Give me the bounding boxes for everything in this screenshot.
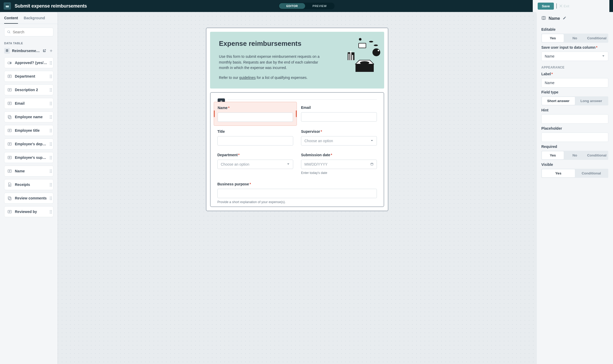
list-item[interactable]: Email <box>4 98 53 109</box>
drag-handle-icon[interactable] <box>50 75 51 78</box>
field-supervisor[interactable]: Supervisor* Choose an option <box>301 129 377 146</box>
add-icon[interactable] <box>49 48 53 53</box>
text-icon <box>7 87 12 92</box>
list-item[interactable]: Reviewed by <box>4 206 53 217</box>
required-conditional[interactable]: Conditional <box>586 151 608 159</box>
separator <box>556 3 557 9</box>
label-input[interactable] <box>541 78 608 87</box>
list-item-label: Employee's depa… <box>15 142 47 146</box>
drag-handle-icon[interactable] <box>50 142 51 146</box>
prop-required-label: Required <box>541 145 608 149</box>
prop-label-label: Label* <box>541 72 608 76</box>
doc-icon <box>7 182 12 187</box>
business-purpose-input[interactable] <box>217 189 377 198</box>
chevron-down-icon <box>602 54 605 58</box>
svg-rect-14 <box>9 197 11 200</box>
visible-yes[interactable]: Yes <box>542 169 575 177</box>
text-icon <box>7 168 12 174</box>
drag-handle-icon[interactable] <box>50 197 51 200</box>
list-item[interactable]: Employee name <box>4 111 53 122</box>
drag-handle-icon[interactable] <box>50 183 51 186</box>
field-business-purpose[interactable]: Business purpose* Provide a short explan… <box>217 182 377 204</box>
list-item[interactable]: Employee's depa… <box>4 139 53 149</box>
drag-handle-icon[interactable] <box>50 102 51 105</box>
editable-no[interactable]: No <box>564 34 586 42</box>
fieldtype-long[interactable]: Long answer <box>575 97 608 105</box>
text-icon <box>7 74 12 79</box>
list-item[interactable]: Receipts <box>4 179 53 190</box>
canvas[interactable]: Expense reimbursements Use this form to … <box>58 12 536 364</box>
editable-conditional[interactable]: Conditional <box>586 34 608 42</box>
exit-label: Exit <box>563 4 569 8</box>
prop-savecol-label: Save user input to data column* <box>541 45 608 49</box>
field-submission-date[interactable]: Submission date* MM/DD/YYYY Enter today'… <box>301 153 377 175</box>
save-column-select[interactable]: Name <box>541 52 608 61</box>
visible-conditional[interactable]: Conditional <box>575 169 608 177</box>
form-page: Expense reimbursements Use this form to … <box>206 28 388 211</box>
title-input[interactable] <box>217 136 293 146</box>
guidelines-link[interactable]: guidelines <box>239 76 256 80</box>
mode-editor[interactable]: EDITOR <box>279 3 305 9</box>
copy-icon <box>7 196 12 201</box>
fieldtype-short[interactable]: Short answer <box>542 97 575 105</box>
list-item[interactable]: Approved? (yes/… <box>4 57 53 68</box>
tab-background[interactable]: Background <box>24 12 45 24</box>
field-icon <box>541 16 546 21</box>
search-icon <box>7 30 11 34</box>
drag-handle-icon[interactable] <box>50 88 51 92</box>
name-input[interactable] <box>218 112 293 122</box>
edit-name-button[interactable] <box>563 16 566 21</box>
left-panel: Content Background DATA TABLE Reimbursem… <box>0 12 58 364</box>
prop-hint-label: Hint <box>541 108 608 112</box>
search-field[interactable] <box>13 30 51 34</box>
field-email[interactable]: Email <box>301 105 377 122</box>
required-yes[interactable]: Yes <box>542 151 564 159</box>
text-icon <box>7 128 12 133</box>
data-table-name[interactable]: Reimbursement … <box>12 49 40 53</box>
drag-handle-icon[interactable] <box>50 210 51 214</box>
drag-handle-icon[interactable] <box>50 170 51 173</box>
list-item[interactable]: Employee's supe… <box>4 152 53 163</box>
drag-handle-icon[interactable] <box>50 129 51 132</box>
list-item[interactable]: Employee title <box>4 125 53 136</box>
hint-input[interactable] <box>541 114 608 124</box>
email-input[interactable] <box>301 112 377 122</box>
editable-toggle: Yes No Conditional <box>541 34 608 43</box>
text-icon <box>7 141 12 147</box>
submission-date-input[interactable]: MM/DD/YYYY <box>301 160 377 169</box>
chevron-down-icon <box>370 139 373 143</box>
required-no[interactable]: No <box>564 151 586 159</box>
calendar-icon <box>370 162 373 166</box>
drag-handle-icon[interactable] <box>50 61 51 65</box>
mode-preview[interactable]: PREVIEW <box>305 3 334 9</box>
field-title[interactable]: Title <box>217 129 293 146</box>
list-item-label: Reviewed by <box>15 210 47 214</box>
prop-editable-label: Editable <box>541 27 608 32</box>
tab-content[interactable]: Content <box>4 12 18 24</box>
properties-title: Name <box>549 16 560 21</box>
editable-yes[interactable]: Yes <box>542 34 564 42</box>
submission-date-hint: Enter today's date <box>301 171 377 175</box>
save-button[interactable]: Save <box>538 3 554 10</box>
svg-point-19 <box>378 50 379 51</box>
svg-point-18 <box>360 61 369 64</box>
exit-button[interactable]: Exit <box>559 4 569 8</box>
field-department[interactable]: Department* Choose an option <box>217 153 293 175</box>
department-select[interactable]: Choose an option <box>217 160 293 169</box>
list-item[interactable]: Review comments <box>4 193 53 204</box>
open-external-icon[interactable] <box>42 48 47 53</box>
search-input[interactable] <box>4 28 53 36</box>
drag-handle-icon[interactable] <box>50 115 51 119</box>
placeholder-input[interactable] <box>541 133 608 142</box>
list-item[interactable]: Department <box>4 71 53 82</box>
hero-desc: Use this form to submit expense reimburs… <box>219 54 326 71</box>
list-item[interactable]: Name <box>4 166 53 177</box>
drag-handle-icon[interactable] <box>50 156 51 159</box>
list-item[interactable]: Description 2 <box>4 84 53 95</box>
supervisor-select[interactable]: Choose an option <box>301 136 377 146</box>
text-icon <box>7 101 12 106</box>
list-item-label: Receipts <box>15 183 47 187</box>
svg-point-26 <box>369 41 373 42</box>
hero-guidelines: Refer to our guidelines for a list of qu… <box>219 75 326 81</box>
field-name[interactable]: Name* <box>214 102 297 126</box>
